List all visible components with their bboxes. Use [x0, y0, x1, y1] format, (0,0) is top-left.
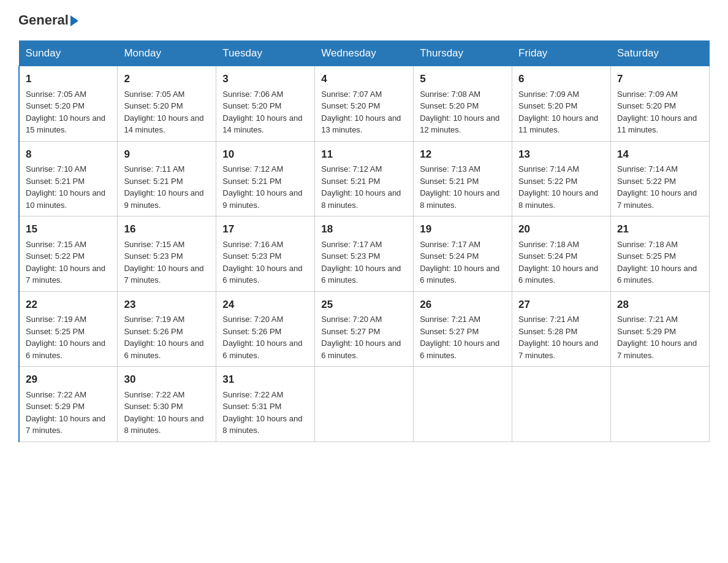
sunrise-text: Sunrise: 7:20 AM	[222, 315, 283, 324]
sunrise-text: Sunrise: 7:18 AM	[518, 240, 579, 249]
day-cell: 31Sunrise: 7:22 AMSunset: 5:31 PMDayligh…	[216, 367, 315, 442]
sunrise-text: Sunrise: 7:12 AM	[321, 164, 382, 174]
sunrise-text: Sunrise: 7:06 AM	[222, 90, 283, 99]
sunrise-text: Sunrise: 7:07 AM	[321, 90, 382, 99]
daylight-text: Daylight: 10 hours and 11 minutes.	[518, 113, 598, 135]
daylight-text: Daylight: 10 hours and 6 minutes.	[518, 264, 598, 285]
sunrise-text: Sunrise: 7:21 AM	[617, 315, 678, 324]
day-cell: 7Sunrise: 7:09 AMSunset: 5:20 PMDaylight…	[611, 66, 710, 142]
calendar-header-row: SundayMondayTuesdayWednesdayThursdayFrid…	[19, 41, 710, 66]
daylight-text: Daylight: 10 hours and 7 minutes.	[124, 264, 203, 285]
day-number: 18	[321, 221, 407, 237]
sunset-text: Sunset: 5:21 PM	[26, 177, 85, 186]
logo-general-text: General	[18, 12, 69, 28]
day-cell	[611, 367, 710, 442]
sunrise-text: Sunrise: 7:05 AM	[26, 90, 86, 99]
day-cell	[414, 367, 512, 442]
day-cell	[315, 367, 414, 442]
daylight-text: Daylight: 10 hours and 12 minutes.	[420, 113, 499, 135]
sunset-text: Sunset: 5:21 PM	[222, 177, 281, 186]
day-number: 26	[420, 297, 506, 313]
daylight-text: Daylight: 10 hours and 8 minutes.	[420, 188, 499, 210]
daylight-text: Daylight: 10 hours and 14 minutes.	[124, 113, 203, 135]
day-cell: 8Sunrise: 7:10 AMSunset: 5:21 PMDaylight…	[19, 141, 118, 216]
sunset-text: Sunset: 5:23 PM	[124, 251, 183, 261]
daylight-text: Daylight: 10 hours and 6 minutes.	[26, 339, 105, 360]
sunset-text: Sunset: 5:22 PM	[518, 177, 577, 186]
day-number: 31	[222, 372, 308, 388]
daylight-text: Daylight: 10 hours and 7 minutes.	[26, 264, 105, 285]
day-cell: 28Sunrise: 7:21 AMSunset: 5:29 PMDayligh…	[611, 291, 710, 367]
day-number: 7	[617, 71, 703, 87]
day-cell: 10Sunrise: 7:12 AMSunset: 5:21 PMDayligh…	[216, 141, 315, 216]
day-number: 3	[222, 71, 308, 87]
daylight-text: Daylight: 10 hours and 6 minutes.	[222, 339, 302, 360]
day-cell: 6Sunrise: 7:09 AMSunset: 5:20 PMDaylight…	[512, 66, 611, 142]
sunset-text: Sunset: 5:22 PM	[26, 251, 85, 261]
sunset-text: Sunset: 5:20 PM	[518, 101, 577, 110]
sunset-text: Sunset: 5:25 PM	[617, 251, 676, 261]
day-number: 25	[321, 297, 407, 313]
sunrise-text: Sunrise: 7:21 AM	[518, 315, 579, 324]
day-number: 28	[617, 297, 703, 313]
sunset-text: Sunset: 5:25 PM	[26, 327, 85, 336]
daylight-text: Daylight: 10 hours and 14 minutes.	[222, 113, 302, 135]
day-cell: 13Sunrise: 7:14 AMSunset: 5:22 PMDayligh…	[512, 141, 611, 216]
sunset-text: Sunset: 5:22 PM	[617, 177, 676, 186]
day-cell: 20Sunrise: 7:18 AMSunset: 5:24 PMDayligh…	[512, 216, 611, 292]
header-thursday: Thursday	[414, 41, 512, 66]
sunrise-text: Sunrise: 7:22 AM	[124, 390, 184, 399]
day-cell: 23Sunrise: 7:19 AMSunset: 5:26 PMDayligh…	[118, 291, 216, 367]
day-number: 30	[124, 372, 210, 388]
daylight-text: Daylight: 10 hours and 10 minutes.	[26, 188, 105, 210]
header-friday: Friday	[512, 41, 611, 66]
day-cell: 29Sunrise: 7:22 AMSunset: 5:29 PMDayligh…	[19, 367, 118, 442]
sunset-text: Sunset: 5:20 PM	[26, 101, 85, 110]
logo-line1: General	[18, 12, 78, 28]
day-cell: 1Sunrise: 7:05 AMSunset: 5:20 PMDaylight…	[19, 66, 118, 142]
sunrise-text: Sunrise: 7:19 AM	[26, 315, 86, 324]
daylight-text: Daylight: 10 hours and 9 minutes.	[222, 188, 302, 210]
day-cell: 2Sunrise: 7:05 AMSunset: 5:20 PMDaylight…	[118, 66, 216, 142]
daylight-text: Daylight: 10 hours and 6 minutes.	[420, 339, 499, 360]
sunset-text: Sunset: 5:20 PM	[420, 101, 479, 110]
day-cell: 15Sunrise: 7:15 AMSunset: 5:22 PMDayligh…	[19, 216, 118, 292]
sunset-text: Sunset: 5:31 PM	[222, 402, 281, 411]
sunset-text: Sunset: 5:23 PM	[222, 251, 281, 261]
day-number: 8	[26, 147, 111, 163]
day-cell: 30Sunrise: 7:22 AMSunset: 5:30 PMDayligh…	[118, 367, 216, 442]
day-number: 16	[124, 221, 210, 237]
sunset-text: Sunset: 5:20 PM	[124, 101, 183, 110]
sunset-text: Sunset: 5:20 PM	[222, 101, 281, 110]
day-number: 4	[321, 71, 407, 87]
sunrise-text: Sunrise: 7:08 AM	[420, 90, 480, 99]
logo-triangle-icon	[70, 15, 78, 26]
day-cell: 22Sunrise: 7:19 AMSunset: 5:25 PMDayligh…	[19, 291, 118, 367]
sunrise-text: Sunrise: 7:16 AM	[222, 240, 283, 249]
sunset-text: Sunset: 5:20 PM	[321, 101, 380, 110]
day-number: 6	[518, 71, 604, 87]
sunset-text: Sunset: 5:30 PM	[124, 402, 183, 411]
day-cell: 18Sunrise: 7:17 AMSunset: 5:23 PMDayligh…	[315, 216, 414, 292]
sunrise-text: Sunrise: 7:15 AM	[26, 240, 86, 249]
sunset-text: Sunset: 5:26 PM	[222, 327, 281, 336]
day-number: 12	[420, 147, 506, 163]
day-number: 27	[518, 297, 604, 313]
page-header: General	[18, 12, 710, 28]
sunrise-text: Sunrise: 7:20 AM	[321, 315, 382, 324]
daylight-text: Daylight: 10 hours and 8 minutes.	[124, 414, 203, 435]
sunrise-text: Sunrise: 7:15 AM	[124, 240, 184, 249]
week-row-4: 22Sunrise: 7:19 AMSunset: 5:25 PMDayligh…	[19, 291, 710, 367]
daylight-text: Daylight: 10 hours and 15 minutes.	[26, 113, 105, 135]
daylight-text: Daylight: 10 hours and 8 minutes.	[321, 188, 401, 210]
sunrise-text: Sunrise: 7:19 AM	[124, 315, 184, 324]
week-row-5: 29Sunrise: 7:22 AMSunset: 5:29 PMDayligh…	[19, 367, 710, 442]
header-monday: Monday	[118, 41, 216, 66]
day-number: 1	[26, 71, 111, 87]
week-row-1: 1Sunrise: 7:05 AMSunset: 5:20 PMDaylight…	[19, 66, 710, 142]
sunset-text: Sunset: 5:27 PM	[321, 327, 380, 336]
day-number: 19	[420, 221, 506, 237]
sunset-text: Sunset: 5:23 PM	[321, 251, 380, 261]
sunset-text: Sunset: 5:21 PM	[321, 177, 380, 186]
header-sunday: Sunday	[19, 41, 118, 66]
